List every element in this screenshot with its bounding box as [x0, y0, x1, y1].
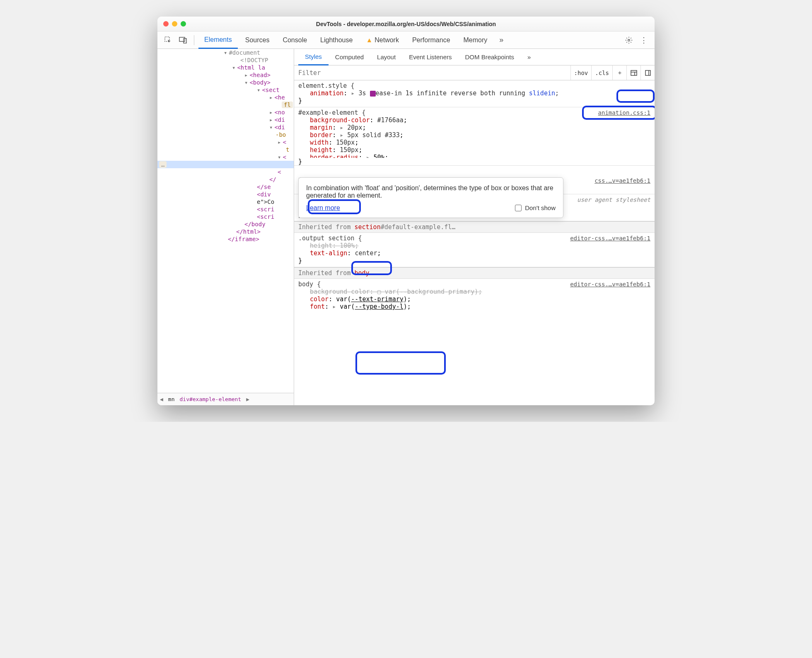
main-content: #document <!DOCTYP <html la <head> <body…	[157, 49, 655, 405]
rule-output-section[interactable]: editor-css.…v=ae1feb6:1 .output section …	[294, 233, 655, 267]
css-var-link[interactable]: --type-body-l	[355, 303, 403, 310]
inherited-from-section: Inherited from section#default-example.f…	[294, 221, 655, 233]
styles-tab-styles[interactable]: Styles	[298, 49, 329, 65]
rule-element-style[interactable]: element.style { animation: ▸ 3s ease-in …	[294, 80, 655, 107]
styles-panel: Styles Computed Layout Event Listeners D…	[294, 49, 655, 405]
source-link[interactable]: animation.css:1	[598, 109, 650, 116]
titlebar: DevTools - developer.mozilla.org/en-US/d…	[157, 17, 655, 31]
svg-point-3	[628, 39, 630, 41]
css-rules-list: element.style { animation: ▸ 3s ease-in …	[294, 80, 655, 405]
svg-rect-5	[645, 70, 650, 75]
tab-console[interactable]: Console	[277, 31, 313, 48]
source-link[interactable]: css.…v=ae1feb6:1	[594, 177, 650, 184]
warning-icon: ▲	[366, 36, 372, 44]
tab-lighthouse[interactable]: Lighthouse	[314, 31, 358, 48]
tab-memory[interactable]: Memory	[458, 31, 493, 48]
easing-editor-icon[interactable]	[370, 91, 376, 97]
more-tabs-icon[interactable]: »	[495, 34, 508, 47]
tab-elements[interactable]: Elements	[198, 32, 238, 49]
svg-rect-4	[631, 70, 637, 75]
breadcrumb-next-icon[interactable]: ▶	[246, 396, 249, 402]
toggle-rendering-panel-icon[interactable]	[640, 65, 655, 80]
svg-rect-1	[179, 37, 185, 41]
window-title: DevTools - developer.mozilla.org/en-US/d…	[157, 21, 655, 27]
tab-performance[interactable]: Performance	[406, 31, 456, 48]
close-window-icon[interactable]	[163, 21, 169, 27]
styles-tab-event-listeners[interactable]: Event Listeners	[402, 49, 458, 65]
tab-sources[interactable]: Sources	[239, 31, 276, 48]
rule-body[interactable]: editor-css.…v=ae1feb6:1 body { backgroun…	[294, 279, 655, 313]
settings-gear-icon[interactable]	[622, 34, 636, 47]
breadcrumb-prev-icon[interactable]: ◀	[160, 396, 163, 402]
filter-input[interactable]	[294, 69, 570, 77]
dont-show-toggle[interactable]: Don't show	[515, 204, 556, 211]
kebab-menu-icon[interactable]: ⋮	[637, 34, 650, 47]
breadcrumb-segment[interactable]: mn	[168, 396, 175, 402]
dom-tree-panel[interactable]: #document <!DOCTYP <html la <head> <body…	[157, 49, 294, 405]
breadcrumb[interactable]: ◀ mn div#example-element ▶	[157, 393, 294, 405]
inspect-element-icon[interactable]	[162, 34, 175, 47]
hov-toggle[interactable]: :hov	[570, 65, 592, 80]
more-style-tabs-icon[interactable]: »	[521, 49, 537, 65]
source-link[interactable]: editor-css.…v=ae1feb6:1	[570, 235, 650, 242]
computed-styles-sidebar-icon[interactable]	[626, 65, 640, 80]
checkbox-icon[interactable]	[515, 205, 522, 211]
window-controls	[163, 21, 186, 27]
maximize-window-icon[interactable]	[181, 21, 186, 27]
source-link[interactable]: editor-css.…v=ae1feb6:1	[570, 281, 650, 288]
cls-toggle[interactable]: .cls	[591, 65, 612, 80]
new-style-rule-icon[interactable]: ＋	[612, 65, 626, 80]
property-tooltip: In combination with 'float' and 'positio…	[298, 177, 563, 218]
filter-bar: :hov .cls ＋	[294, 65, 655, 80]
learn-more-link[interactable]: Learn more	[306, 204, 340, 212]
rule-example-element[interactable]: animation.css:1 #example-element { backg…	[294, 107, 655, 166]
styles-tab-dom-breakpoints[interactable]: DOM Breakpoints	[459, 49, 521, 65]
keyframes-link[interactable]: slidein	[529, 90, 555, 97]
main-toolbar: Elements Sources Console Lighthouse ▲Net…	[157, 31, 655, 49]
ua-stylesheet-label: user agent stylesheet	[577, 196, 650, 203]
breadcrumb-segment[interactable]: div#example-element	[179, 396, 241, 402]
minimize-window-icon[interactable]	[172, 21, 177, 27]
css-var-link[interactable]: --text-primary	[351, 295, 403, 303]
styles-tab-layout[interactable]: Layout	[370, 49, 402, 65]
inherited-from-body: Inherited from body	[294, 267, 655, 279]
devtools-window: DevTools - developer.mozilla.org/en-US/d…	[157, 17, 655, 405]
tab-network[interactable]: ▲Network	[360, 31, 405, 48]
device-toolbar-icon[interactable]	[176, 34, 190, 47]
flex-badge[interactable]: fl	[282, 102, 293, 108]
styles-tab-computed[interactable]: Computed	[329, 49, 370, 65]
styles-tabs: Styles Computed Layout Event Listeners D…	[294, 49, 655, 65]
tooltip-text: In combination with 'float' and 'positio…	[306, 184, 556, 199]
